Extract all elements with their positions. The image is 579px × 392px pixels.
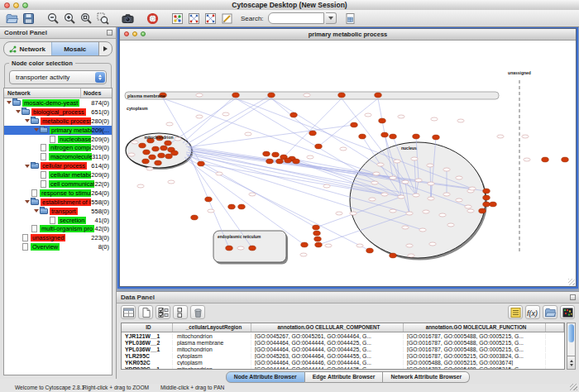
attribute-table[interactable]: ID_cellularLayoutRegionannotation.GO CEL… <box>121 323 565 370</box>
table-row[interactable]: YDR039C__1mitochondrion[GO:0044464, GO:0… <box>122 366 564 370</box>
network-window-titlebar[interactable]: primary metabolic process <box>120 29 576 41</box>
network-canvas[interactable]: plasma membranecytoplasmmitochondrionnuc… <box>120 41 576 286</box>
annotation-button[interactable] <box>219 11 234 26</box>
save-session-button[interactable] <box>21 11 36 26</box>
search-input[interactable] <box>268 12 324 24</box>
vizmapper-button[interactable] <box>170 11 184 26</box>
float-panel-icon[interactable] <box>107 30 112 36</box>
tree-expander-icon[interactable] <box>33 209 40 213</box>
close-icon[interactable] <box>124 31 129 36</box>
table-row[interactable]: YPL036W__2plasma membrane[GO:0044464, GO… <box>122 339 564 346</box>
new-attribute-button[interactable] <box>138 305 153 319</box>
table-row[interactable]: YJR121W__1mitochondrion[GO:0045267, GO:0… <box>122 332 564 339</box>
table-scrollbar[interactable] <box>567 323 576 370</box>
tree-expander-icon[interactable] <box>15 110 22 113</box>
import-attributes-button[interactable] <box>543 305 557 319</box>
tree-row[interactable]: cellular process614(0) <box>4 161 112 170</box>
zoom-out-button[interactable] <box>45 11 60 26</box>
tree-expander-icon[interactable] <box>6 101 12 104</box>
tree-row[interactable]: metabolic process280(0) <box>4 117 112 126</box>
app-title: Cytoscape Desktop (New Session) <box>0 0 579 10</box>
zoom-in-button[interactable] <box>62 11 77 26</box>
tree-row[interactable]: nitrogen compo209(0) <box>4 143 112 152</box>
tab-network-label: Network <box>19 45 45 53</box>
zoom-selected-button[interactable] <box>95 11 110 26</box>
heatmap-icon <box>562 307 574 318</box>
minimize-icon[interactable] <box>132 31 137 36</box>
tree-column-network[interactable]: Network <box>4 88 81 98</box>
control-panel: Control Panel Network Mosaic Node color … <box>0 27 117 379</box>
node-color-dropdown[interactable]: transporter activity <box>9 70 107 84</box>
app-resize-grip[interactable] <box>570 383 577 390</box>
maximize-icon[interactable] <box>141 31 146 36</box>
table-row[interactable]: YKR052Ccytoplasm[GO:0044464, GO:0044446,… <box>122 359 564 366</box>
zoom-fit-button[interactable] <box>79 11 93 26</box>
tab-mosaic[interactable]: Mosaic <box>51 42 99 55</box>
tree-row-label: mosaic-demo-yeast <box>22 99 79 107</box>
attribute-browser-button[interactable] <box>121 305 136 319</box>
file-icon <box>50 217 55 224</box>
tree-expander-icon[interactable] <box>24 119 31 122</box>
scrollbar-arrows[interactable] <box>567 356 575 369</box>
search-dropdown-button[interactable] <box>326 12 337 24</box>
tab-node-attribute-browser[interactable]: Node Attribute Browser <box>226 371 305 383</box>
fx-icon: f(x) <box>526 307 539 318</box>
tree-row[interactable]: unassigned223(0) <box>4 233 112 242</box>
compartment-label: unassigned <box>508 70 531 75</box>
tree-row[interactable]: cell communicat22(0) <box>4 179 112 189</box>
file-icon <box>31 189 37 197</box>
zoom-in-icon <box>64 12 76 25</box>
scrollbar-thumb[interactable] <box>568 324 574 342</box>
select-attributes-button[interactable] <box>156 305 170 319</box>
layout-button-1[interactable] <box>186 11 201 26</box>
delete-attribute-button[interactable] <box>190 305 205 319</box>
tree-row[interactable]: biological_process651(0) <box>4 108 112 117</box>
help-button[interactable] <box>145 11 160 26</box>
table-cell: YDR039C__1 <box>122 366 173 370</box>
matrix-view-button[interactable] <box>560 305 575 319</box>
folder-icon <box>12 100 21 106</box>
network-graph[interactable]: plasma membranecytoplasmmitochondrionnuc… <box>120 41 574 286</box>
tree-row[interactable]: primary metabo209(... <box>4 126 112 135</box>
formula-builder-button[interactable]: f(x) <box>525 305 540 319</box>
tree-column-nodes[interactable]: Nodes <box>81 88 112 98</box>
file-icon <box>41 180 46 188</box>
tree-row[interactable]: transport558(0) <box>4 207 112 216</box>
tab-edge-attribute-browser[interactable]: Edge Attribute Browser <box>305 371 384 383</box>
column-header[interactable]: _cellularLayoutRegion <box>173 323 251 332</box>
tree-row[interactable]: nucleobase-209(0) <box>4 135 112 144</box>
column-header[interactable]: annotation.GO CELLULAR_COMPONENT <box>251 323 404 332</box>
tree-row[interactable]: response to stimul264(0) <box>4 189 112 198</box>
snapshot-button[interactable] <box>120 11 135 26</box>
tree-row[interactable]: macromolecule311(0) <box>4 152 112 161</box>
tree-row[interactable]: establishment of lo558(0) <box>4 198 112 207</box>
column-header[interactable]: annotation.GO MOLECULAR_FUNCTION <box>404 323 546 332</box>
tree-expander-icon[interactable] <box>33 128 40 131</box>
table-row[interactable]: YLR295Ccytoplasm[GO:0045263, GO:0044464,… <box>122 352 564 359</box>
tree-row[interactable]: Overview8(0) <box>4 242 112 251</box>
tree-row-label: response to stimul <box>40 189 91 197</box>
data-panel-header: Data Panel <box>117 292 579 304</box>
network-view-window[interactable]: primary metabolic process plasma membran… <box>119 28 577 287</box>
column-header[interactable]: ID <box>122 323 173 332</box>
tab-network[interactable]: Network <box>4 42 51 55</box>
window-resize-grip[interactable] <box>568 279 575 285</box>
table-cell: [GO:0045263, GO:0044464, GO:0044455, G..… <box>251 353 404 359</box>
import-button[interactable] <box>343 11 358 26</box>
tab-network-attribute-browser[interactable]: Network Attribute Browser <box>383 371 470 383</box>
attribute-list-button[interactable] <box>508 305 523 319</box>
tree-row[interactable]: secretion41(0) <box>4 216 112 225</box>
tree-row[interactable]: mosaic-demo-yeast874(0) <box>4 98 112 108</box>
more-tabs-button[interactable] <box>98 42 112 55</box>
zoom-fit-icon <box>80 12 93 25</box>
tab-mosaic-label: Mosaic <box>64 45 86 53</box>
table-row[interactable]: YPL036W__1mitochondrion[GO:0044464, GO:0… <box>122 346 564 352</box>
layout-button-2[interactable] <box>203 11 218 26</box>
tree-row[interactable]: multi-organism pro42(0) <box>4 224 112 233</box>
open-session-button[interactable] <box>4 11 19 26</box>
unselect-attributes-button[interactable] <box>173 305 188 319</box>
tree-expander-icon[interactable] <box>24 165 31 168</box>
tree-row[interactable]: cellular metabo209(0) <box>4 170 112 179</box>
float-panel-icon[interactable] <box>570 294 576 300</box>
tree-expander-icon[interactable] <box>24 200 31 203</box>
